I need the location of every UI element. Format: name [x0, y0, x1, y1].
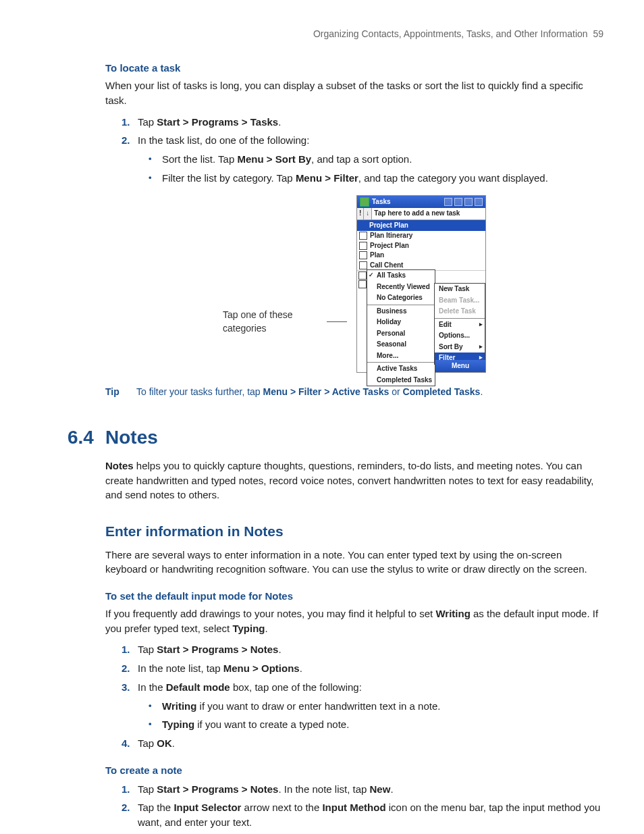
section-number: 6.4 [68, 424, 105, 452]
new-task-entry[interactable]: ! ↓ Tap here to add a new task [357, 208, 485, 220]
window-title: Tasks [372, 197, 391, 207]
mode-step-3: 3. In the Default mode box, tap one of t… [122, 680, 603, 695]
menu-item-sort-by[interactable]: Sort By [435, 342, 485, 353]
new-task-input[interactable]: Tap here to add a new task [372, 208, 485, 219]
page-number: 59 [593, 28, 603, 39]
start-icon[interactable] [360, 197, 369, 207]
tip-label: Tip [105, 385, 136, 398]
mode-bullet-writing: • Writing if you want to draw or enter h… [149, 699, 603, 714]
priority-icon[interactable]: ! [357, 208, 364, 219]
checkbox-icon[interactable] [359, 261, 367, 269]
tip-block: Tip To filter your tasks further, tap Me… [105, 385, 603, 398]
menu-item-beam-task: Beam Task... [435, 295, 485, 307]
volume-icon[interactable] [464, 198, 473, 206]
main-menu: New Task Beam Task... Delete Task Edit O… [434, 283, 485, 365]
step-number: 1. [122, 115, 138, 130]
mode-step-2: 2. In the note list, tap Menu > Options. [122, 661, 603, 676]
menu-item-holiday[interactable]: Holiday [367, 317, 435, 328]
filter-submenu: All Tasks Recently Viewed No Categories … [367, 269, 435, 386]
task-row[interactable]: Project Plan [357, 241, 485, 251]
notes-intro: Notes helps you to quickly capture thoug… [105, 459, 603, 502]
menu-item-no-categories[interactable]: No Categories [367, 292, 435, 304]
close-icon[interactable] [475, 198, 483, 206]
default-mode-text: If you frequently add drawings to your n… [105, 606, 603, 636]
create-step-2: 2. Tap the Input Selector arrow next to … [122, 800, 603, 830]
create-step-1: 1. Tap Start > Programs > Notes. In the … [122, 782, 603, 797]
sort-icon[interactable]: ↓ [364, 208, 372, 219]
step-2: 2. In the task list, do one of the follo… [122, 133, 603, 148]
menu-item-more[interactable]: More... [367, 350, 435, 362]
checkbox-icon[interactable] [359, 251, 367, 259]
heading-enter-info: Enter information in Notes [105, 521, 603, 542]
section-title: Notes [105, 424, 158, 452]
bullet-icon: • [149, 152, 162, 167]
mode-step-1: 1. Tap Start > Programs > Notes. [122, 642, 603, 657]
menu-item-options[interactable]: Options... [435, 330, 485, 342]
menu-item-edit[interactable]: Edit [435, 319, 485, 331]
menu-item-active-tasks[interactable]: Active Tasks [367, 363, 435, 375]
mode-step-4: 4. Tap OK. [122, 736, 603, 751]
menu-item-completed-tasks[interactable]: Completed Tasks [367, 375, 435, 386]
checkbox-icon[interactable] [359, 232, 367, 240]
menu-item-recently-viewed[interactable]: Recently Viewed [367, 282, 435, 293]
bullet-icon: • [149, 171, 162, 186]
menu-item-delete-task: Delete Task [435, 306, 485, 317]
section-heading: 6.4 Notes [68, 424, 603, 452]
page-header: Organizing Contacts, Appointments, Tasks… [68, 27, 603, 41]
step-1: 1. Tap Start > Programs > Tasks. [122, 115, 603, 130]
device-frame: Tasks ! ↓ Tap here to add a new task Pro… [356, 195, 486, 373]
step-number: 2. [122, 133, 138, 148]
chapter-title: Organizing Contacts, Appointments, Tasks… [313, 28, 588, 39]
task-selected[interactable]: Project Plan [357, 220, 485, 232]
heading-default-input-mode: To set the default input mode for Notes [105, 589, 603, 604]
softkey-menu[interactable]: Menu [435, 360, 485, 373]
figure-caption: Tap one of these categories [223, 308, 317, 336]
connectivity-icon[interactable] [444, 198, 452, 206]
menu-area: All Tasks Recently Viewed No Categories … [357, 271, 485, 372]
signal-icon[interactable] [454, 198, 462, 206]
bullet-sort: • Sort the list. Tap Menu > Sort By, and… [149, 152, 603, 167]
menu-item-all-tasks[interactable]: All Tasks [367, 270, 435, 282]
heading-locate-task: To locate a task [105, 61, 603, 76]
status-tray [444, 198, 483, 206]
callout-line [327, 321, 347, 322]
heading-create-note: To create a note [105, 763, 603, 778]
locate-task-intro: When your list of tasks is long, you can… [105, 78, 603, 108]
checkbox-icon[interactable] [359, 242, 367, 250]
task-row[interactable]: Plan Itinerary [357, 231, 485, 241]
mode-bullet-typing: • Typing if you want to create a typed n… [149, 717, 603, 732]
bullet-filter: • Filter the list by category. Tap Menu … [149, 171, 603, 186]
enter-info-text: There are several ways to enter informat… [105, 548, 603, 577]
menu-item-new-task[interactable]: New Task [435, 284, 485, 295]
menu-item-personal[interactable]: Personal [367, 328, 435, 340]
window-titlebar: Tasks [357, 196, 485, 209]
menu-item-seasonal[interactable]: Seasonal [367, 339, 435, 350]
menu-item-business[interactable]: Business [367, 306, 435, 317]
figure-tasks-screenshot: Tap one of these categories Tasks ! ↓ Ta… [105, 195, 603, 373]
task-row[interactable]: Plan [357, 251, 485, 261]
